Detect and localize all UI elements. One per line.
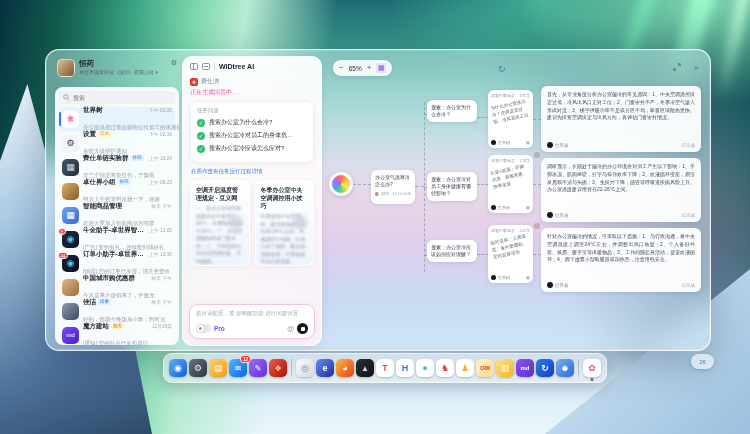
chat-list-item[interactable]: ◉ 44 订单小助手-卓世界智… 上午 10:16 [物流] 您的订单已发货，请… xyxy=(59,251,175,275)
dock-app-icon[interactable]: H xyxy=(396,359,414,377)
dock-app-icon[interactable]: md xyxy=(516,359,534,377)
layout-grid-icon[interactable]: ▦ xyxy=(376,63,386,73)
chat-list-item[interactable]: md 魔方建站 服务 11月16日 [通知] 您的站点已发布成功 xyxy=(59,323,175,345)
user-company[interactable]: 卓世界辅童科技（深圳）有限公司 ▾ xyxy=(79,69,167,75)
dock-app-icon[interactable]: ⚙ xyxy=(189,359,207,377)
chat-list-item[interactable]: ◉ 8 斗金助手-卓世界智能… 上午 11:05 [广告] 签到有礼，连续签到领… xyxy=(59,227,175,251)
chat-time: 昨天 下午 xyxy=(151,203,172,209)
answer-card-node[interactable]: 调研显示，长期处于偏冷的办公环境会对员工产生以下影响：1、手脚冰凉、肌肉僵硬，打… xyxy=(541,158,701,222)
chat-list-item[interactable]: 中国城市购优惠群 昨天 下午 今天这单大促销来了，手慢无 xyxy=(59,275,175,299)
dock-app-icon[interactable]: ✉ 12 xyxy=(229,359,247,377)
chat-time: 下午 03:26 xyxy=(149,107,172,113)
mention-skill-icon[interactable]: @ xyxy=(287,325,294,332)
main-window: 恒药 卓世界辅童科技（深圳）有限公司 ▾ ⚙ ❋ xyxy=(45,49,711,351)
refresh-icon[interactable]: ↻ xyxy=(498,64,506,74)
question-text: 搜索：办公室冷对员工身体健康有哪些影响？ xyxy=(431,176,473,197)
dock-app-icon[interactable]: ◕ xyxy=(336,359,354,377)
stop-generating-button[interactable] xyxy=(297,323,308,334)
dock-app-icon[interactable]: ▲ xyxy=(356,359,374,377)
copy-icon[interactable]: ▣ xyxy=(526,275,530,280)
user-avatar[interactable] xyxy=(57,59,75,77)
zoom-out-button[interactable]: − xyxy=(339,64,344,72)
gear-icon[interactable]: ⚙ xyxy=(171,59,177,67)
chat-list-item[interactable]: 佳洁 同事 昨天 下午 好的，那就今晚饭后小聚，到时见 xyxy=(59,299,175,323)
mini-avatar xyxy=(375,192,379,196)
chat-time: 上午 09:23 xyxy=(149,179,172,185)
app-tag-icon: ❖ xyxy=(190,78,198,86)
chat-name: 斗金助手-卓世界智能… xyxy=(83,226,145,235)
context-tag[interactable]: ❖ 费仕洁 xyxy=(190,77,314,86)
result-card-title: 冬季办公室中央空调调控用小技巧 xyxy=(261,186,309,210)
root-question-text: 办公室气温寒冷怎么办? xyxy=(375,174,411,188)
pro-label: Pro xyxy=(214,325,225,332)
answer-card-node[interactable]: 针对办公室偏冷的情况，可采取以下措施：1、与行政沟通，将中央空调温度上调至24℃… xyxy=(541,228,701,292)
chat-list-item[interactable]: ▦ 智能商品管理 昨天 下午 欢迎大家加入智能商品管理群 xyxy=(59,203,175,227)
chat-avatar: ▦ xyxy=(62,207,79,224)
desktop-widget[interactable]: 26 xyxy=(691,354,714,369)
chat-list-item[interactable]: ❋ 世界树 下午 03:26 办公室温度过低会影响公司员工的体感舒适 xyxy=(59,107,175,131)
task-card-title: 任务问题 xyxy=(197,107,307,114)
dock-app-icon[interactable]: ◎ xyxy=(296,359,314,377)
mindmap-canvas[interactable]: − 65% + ▦ ↻ × 办公室气温寒冷怎么办? 对话 xyxy=(326,50,710,350)
chat-time: 上午 11:05 xyxy=(149,227,172,233)
blurred-thumbnail xyxy=(229,215,243,229)
expand-icon[interactable] xyxy=(673,63,681,73)
collapse-sidebar-icon[interactable] xyxy=(190,63,198,70)
task-item[interactable]: ✓ 搜索办公室为什么会冷? xyxy=(197,118,307,127)
dock-app-icon[interactable]: ✿ xyxy=(583,359,601,377)
dock-app-icon[interactable]: ↻ xyxy=(536,359,554,377)
answer-card-node[interactable]: 首先，从专业角度分析办公室偏冷的常见原因：1、中央空调温控设定过低，冷风出风口正… xyxy=(541,86,701,152)
chat-list-item[interactable]: 卓仕界小组 外部 上午 09:23 明天上午把资料发我一下，谢谢 xyxy=(59,179,175,203)
task-text: 搜索办公室冷应该怎么应对? xyxy=(209,144,284,153)
question-node[interactable]: 搜索：办公室冷应该如何应对缓解？ xyxy=(427,240,477,262)
process-detail-link[interactable]: 在画布查看任务运行过程详情 xyxy=(191,168,313,175)
dock-app-icon[interactable]: e xyxy=(316,359,334,377)
dock-app-icon[interactable]: ♞ xyxy=(436,359,454,377)
chat-preview: [通知] 您的站点已发布成功 xyxy=(83,340,148,346)
note-body: 为什么办公室这么冷？空调设定过低、冷风直吹工位 xyxy=(487,94,534,143)
dock-app-icon[interactable]: T xyxy=(376,359,394,377)
answer-text: 调研显示，长期处于偏冷的办公环境会对员工产生以下影响：1、手脚冰凉、肌肉僵硬，打… xyxy=(547,163,695,209)
chat-time: 下午 02:16 xyxy=(149,131,172,137)
copy-icon[interactable]: ▣ xyxy=(526,205,530,210)
close-icon[interactable]: × xyxy=(694,63,699,72)
assistant-avatar-node[interactable] xyxy=(329,172,353,196)
chat-avatar: ◉ 44 xyxy=(62,255,79,272)
search-bar[interactable] xyxy=(59,91,175,104)
chat-avatar: ⚙ xyxy=(62,135,79,152)
dock-app-icon[interactable]: ☻ xyxy=(556,359,574,377)
dock-app-icon[interactable]: ◉ xyxy=(169,359,187,377)
dock-app-icon[interactable]: ✎ xyxy=(249,359,267,377)
chat-name: 智能商品管理 xyxy=(83,202,122,211)
result-card[interactable]: 冬季办公室中央空调调控用小技巧 冬季使用中央空调时，建议将温度设定在20-24℃… xyxy=(255,180,315,266)
zoom-in-button[interactable]: + xyxy=(367,64,372,72)
question-node[interactable]: 搜索：办公室冷对员工身体健康有哪些影响？ xyxy=(427,172,477,201)
dock-app-icon[interactable]: ❖ xyxy=(269,359,287,377)
task-item[interactable]: ✓ 搜索办公室冷应该怎么应对? xyxy=(197,144,307,153)
copy-icon[interactable]: ▣ xyxy=(526,140,530,145)
running-indicator xyxy=(591,378,594,381)
dock-app-icon[interactable]: ▥ xyxy=(496,359,514,377)
chat-badge: 官方 xyxy=(98,131,111,138)
search-note-node[interactable]: 搜索引擎摘录 128字 久坐+低温：手脚冰凉、肩颈发紧、效率变低 世界树 ▣ xyxy=(488,155,533,213)
answer-status: 已完成 xyxy=(682,143,696,148)
result-card[interactable]: 空调开启温度管理规定 - 豆义网 一、各办公区域空调温度设定不得低于26℃，冬季… xyxy=(190,180,250,266)
canvas-view-icon[interactable] xyxy=(202,63,210,70)
chat-list-item[interactable]: ▦ 费仕单链实验群 外部 上午 10:24 哥三个快进来抢红包，干饭啦 xyxy=(59,155,175,179)
question-node[interactable]: 搜索：办公室为什么会冷？ xyxy=(427,100,477,122)
search-note-node[interactable]: 搜索引擎摘录 135字 为什么办公室这么冷？空调设定过低、冷风直吹工位 世界树 … xyxy=(488,90,533,148)
answer-text: 首先，从专业角度分析办公室偏冷的常见原因：1、中央空调温控设定过低，冷风出风口正… xyxy=(547,91,695,139)
search-note-node[interactable]: 搜索引擎摘录 142字 应对清单：上调温度、备外套暖贴、定时起身活动 世界树 ▣ xyxy=(488,225,533,283)
task-item[interactable]: ✓ 搜索办公室冷对员工的身体危… xyxy=(197,131,307,140)
search-input[interactable] xyxy=(73,95,171,101)
pro-toggle[interactable] xyxy=(196,324,211,333)
chat-name: 中国城市购优惠群 xyxy=(83,274,135,283)
dock-app-icon[interactable]: ♟ xyxy=(456,359,474,377)
dock-app-icon[interactable]: ▤ xyxy=(209,359,227,377)
dock-app-icon[interactable]: ● xyxy=(416,359,434,377)
root-question-node[interactable]: 办公室气温寒冷怎么办? 对话 13:14 创建 xyxy=(371,170,415,204)
message-input-box[interactable]: 新对话配置，按 @唤醒技能 进行问题设置 Pro @ xyxy=(189,304,315,339)
chat-list-item[interactable]: ⚙ 设置 官方 下午 02:16 系统升级维护通知 xyxy=(59,131,175,155)
dock-app-icon[interactable]: CRM xyxy=(476,359,494,377)
blurred-thumbnail xyxy=(293,215,307,229)
